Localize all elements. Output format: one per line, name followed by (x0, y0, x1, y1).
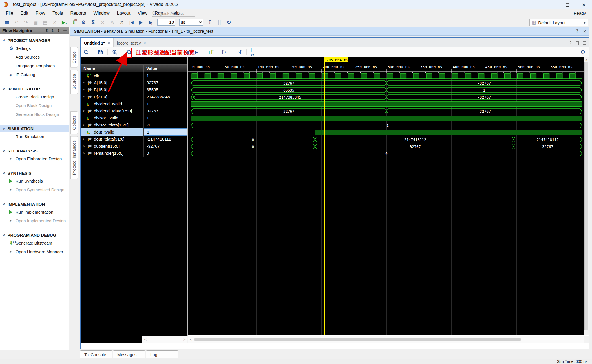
vertical-scroll-thumb[interactable] (584, 62, 588, 330)
wave-search-icon[interactable] (83, 49, 89, 55)
signal-value-B-15-0-[interactable]: 65535 (144, 86, 187, 93)
float-window-icon[interactable] (576, 41, 579, 45)
signal-row-divisor-tvalid[interactable]: divisor_tvalid (81, 114, 143, 121)
add-marker-icon[interactable]: +Γ (207, 49, 214, 55)
menu-item-file[interactable]: File (2, 10, 17, 17)
close-view-icon[interactable]: × (583, 29, 586, 34)
signal-value-dividend-tdata-15-0-[interactable]: 32767 (144, 107, 187, 114)
cancel-icon[interactable]: × (100, 19, 105, 25)
expand-chevron-icon[interactable]: > (81, 137, 87, 141)
sidebar-item-settings[interactable]: ⚙Settings (0, 44, 69, 53)
sidebar-item-generate-bitstream[interactable]: ⇓01Generate Bitstream (0, 239, 69, 247)
name-column-scrollbar[interactable]: < > (142, 336, 187, 343)
wave-scroll-track[interactable]: < (188, 336, 584, 343)
help-icon[interactable]: ? (58, 28, 60, 33)
expand-chevron-icon[interactable]: > (81, 144, 87, 148)
bottom-tab-log[interactable]: Log (146, 350, 178, 358)
undo-icon[interactable]: ↶ (14, 19, 19, 25)
close-icon[interactable]: × (144, 41, 146, 45)
horizontal-scroll-thumb[interactable] (194, 338, 521, 341)
expand-chevron-icon[interactable]: > (81, 88, 87, 92)
next-marker-icon[interactable]: →Γ (236, 49, 242, 55)
cut-icon[interactable]: × (119, 19, 125, 25)
search-input[interactable]: Q· Quick Access (152, 10, 195, 17)
close-button[interactable]: × (576, 0, 592, 9)
wave-settings-gear-icon[interactable]: ⚙ (580, 49, 585, 55)
signal-value-dividend-tvalid[interactable]: 1 (144, 100, 187, 107)
sidebar-item-run-implementation[interactable]: Run Implementation (0, 208, 69, 216)
wave-vertical-scrollbar[interactable]: ∧ (584, 57, 589, 335)
swap-cursor-icon[interactable]: |↔| (251, 49, 257, 55)
expand-chevron-icon[interactable]: > (81, 123, 87, 127)
settings-gear-icon[interactable]: ⚙ (81, 19, 86, 25)
expand-chevron-icon[interactable]: > (81, 81, 87, 85)
signal-value-quotient-15-0-[interactable]: -32767 (144, 143, 187, 150)
doc-tab-untitled-1-[interactable]: Untitled 1*× (81, 38, 114, 47)
signal-value-P-31-0-[interactable]: 2147385345 (144, 93, 187, 100)
expand-chevron-icon[interactable]: > (81, 95, 87, 99)
sidebar-section-ip-integrator[interactable]: >IP INTEGRATOR (0, 85, 69, 92)
open-folder-icon[interactable] (4, 19, 10, 25)
sidebar-section-project-manager[interactable]: >PROJECT MANAGER (0, 37, 69, 44)
sidebar-section-program-and-debug[interactable]: >PROGRAM AND DEBUG (0, 231, 69, 239)
sidebar-item-generate-block-design[interactable]: Generate Block Design (0, 110, 69, 119)
minimize-panel-icon[interactable]: — (63, 28, 67, 33)
side-tab-sources[interactable]: Sources (70, 70, 78, 94)
signal-value-A-15-0-[interactable]: 32767 (144, 79, 187, 86)
scroll-left-icon[interactable]: < (189, 338, 192, 341)
signal-row-dividend-tvalid[interactable]: dividend_tvalid (81, 100, 143, 107)
signal-value-dout-tvalid[interactable]: 1 (144, 128, 187, 136)
delete-icon[interactable]: × (52, 19, 58, 25)
sidebar-section-simulation[interactable]: >SIMULATION (0, 125, 69, 132)
value-column-header[interactable]: Value (143, 64, 187, 72)
sim-run-for-icon[interactable]: ▶(T) (148, 19, 153, 25)
sidebar-item-open-synthesized-design[interactable]: >Open Synthesized Design (0, 185, 69, 194)
help-icon[interactable]: ? (576, 29, 578, 34)
run-icon[interactable]: ▶▾ (61, 19, 67, 25)
signal-value-divisor-tdata-15-0-[interactable]: -1 (144, 121, 187, 128)
menu-item-view[interactable]: View (134, 10, 151, 17)
menu-item-reports[interactable]: Reports (67, 10, 90, 17)
sidebar-item-ip-catalog[interactable]: ◈IP Catalog (0, 70, 69, 79)
scroll-left-icon[interactable]: < (144, 338, 147, 341)
runtime-input[interactable] (157, 19, 175, 26)
collapse-all-icon[interactable]: Ξ (45, 28, 48, 33)
sidebar-item-open-implemented-design[interactable]: >Open Implemented Design (0, 216, 69, 225)
edit-pencil-icon[interactable]: ✎ (109, 19, 115, 25)
maximize-panel-icon[interactable] (583, 41, 586, 45)
signal-row-dividend-tdata-15-0-[interactable]: >dividend_tdata[15:0] (81, 107, 143, 114)
sidebar-item-language-templates[interactable]: Language Templates (0, 61, 69, 70)
signal-value-clk[interactable]: 1 (144, 72, 187, 79)
layout-selector[interactable]: ▦ Default Layout ▾ (529, 19, 588, 26)
sim-restart-icon[interactable]: |◀ (129, 19, 134, 25)
sim-pause-icon[interactable]: || (217, 19, 222, 25)
signal-value-dout-tdata-31-0-[interactable]: -2147418112 (144, 136, 187, 143)
close-icon[interactable]: × (108, 41, 110, 45)
sidebar-item-run-synthesis[interactable]: Run Synthesis (0, 177, 69, 185)
signal-row-remainder-15-0-[interactable]: >remainder[15:0] (81, 150, 143, 157)
side-tab-protocol-instances[interactable]: Protocol Instances (70, 136, 78, 179)
bottom-tab-tcl-console[interactable]: Tcl Console (80, 350, 112, 358)
doc-tab-ipcore-test-v[interactable]: ipcore_test.v× (114, 38, 150, 47)
sim-step-icon[interactable]: ↧ (207, 19, 213, 25)
sidebar-item-open-elaborated-design[interactable]: >Open Elaborated Design (0, 154, 69, 163)
help-icon[interactable]: ? (570, 41, 572, 45)
signal-value-divisor-tvalid[interactable]: 1 (144, 114, 187, 121)
sim-run-all-icon[interactable]: ▶ (138, 19, 144, 25)
expand-all-icon[interactable]: ⇕ (51, 28, 54, 33)
signal-row-quotient-15-0-[interactable]: >quotient[15:0] (81, 143, 143, 150)
menu-item-tools[interactable]: Tools (49, 10, 67, 17)
sidebar-section-implementation[interactable]: >IMPLEMENTATION (0, 200, 69, 208)
sidebar-item-open-hardware-manager[interactable]: >Open Hardware Manager (0, 247, 69, 256)
side-tab-scope[interactable]: Scope (70, 47, 78, 68)
runtime-unit-select[interactable]: us (179, 19, 203, 26)
prev-marker-icon[interactable]: Γ← (222, 49, 228, 55)
sidebar-section-rtl-analysis[interactable]: >RTL ANALYSIS (0, 147, 69, 154)
menu-item-flow[interactable]: Flow (32, 10, 49, 17)
sidebar-item-run-simulation[interactable]: Run Simulation (0, 132, 69, 141)
paste-icon[interactable]: ▤ (42, 19, 48, 25)
relaunch-icon[interactable]: ↻ (226, 19, 232, 25)
generate-bitstream-icon[interactable]: ⇓01 (71, 19, 77, 25)
maximize-button[interactable]: □ (559, 0, 576, 9)
menu-item-layout[interactable]: Layout (113, 10, 134, 17)
